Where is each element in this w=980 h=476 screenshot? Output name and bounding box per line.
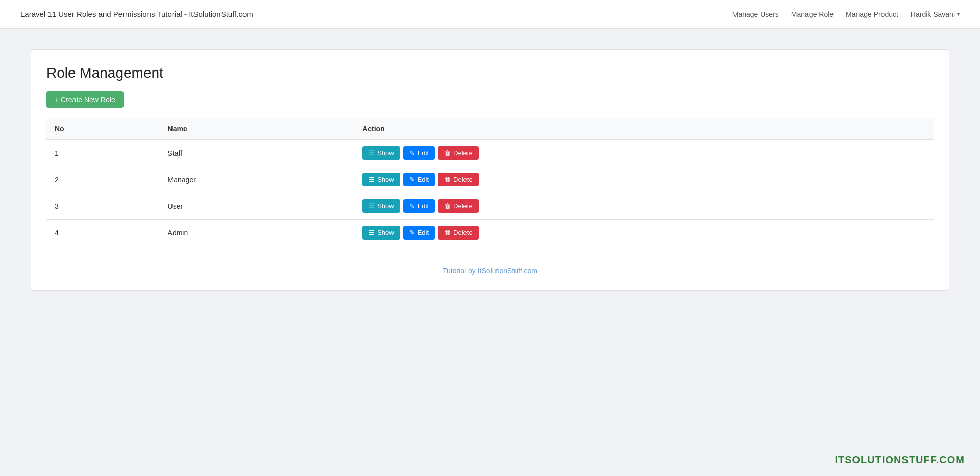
action-buttons: ☰Show✎Edit🗑Delete xyxy=(362,173,925,186)
delete-button[interactable]: 🗑Delete xyxy=(438,226,479,240)
table-row: 2Manager☰Show✎Edit🗑Delete xyxy=(46,166,934,193)
list-icon: ☰ xyxy=(369,176,375,183)
table-row: 3User☰Show✎Edit🗑Delete xyxy=(46,193,934,220)
action-buttons: ☰Show✎Edit🗑Delete xyxy=(362,199,925,213)
roles-table: No Name Action 1Staff☰Show✎Edit🗑Delete2M… xyxy=(46,118,934,246)
cell-action: ☰Show✎Edit🗑Delete xyxy=(354,139,934,166)
cell-no: 3 xyxy=(46,193,160,220)
cell-action: ☰Show✎Edit🗑Delete xyxy=(354,220,934,246)
main-content: Role Management + Create New Role No Nam… xyxy=(0,29,980,311)
cell-name: Admin xyxy=(160,220,355,246)
footer-text: Tutorial by ItSolutionStuff.com xyxy=(46,258,934,275)
delete-button[interactable]: 🗑Delete xyxy=(438,146,479,160)
nav-manage-users[interactable]: Manage Users xyxy=(732,10,779,18)
col-name: Name xyxy=(160,118,355,140)
show-button[interactable]: ☰Show xyxy=(362,146,400,160)
col-action: Action xyxy=(354,118,934,140)
nav-username: Hardik Savani xyxy=(911,10,955,18)
trash-icon: 🗑 xyxy=(444,176,451,183)
navbar: Laravel 11 User Roles and Permissions Tu… xyxy=(0,0,980,29)
trash-icon: 🗑 xyxy=(444,229,451,236)
cell-name: User xyxy=(160,193,355,220)
table-row: 1Staff☰Show✎Edit🗑Delete xyxy=(46,139,934,166)
edit-icon: ✎ xyxy=(409,202,415,210)
cell-no: 2 xyxy=(46,166,160,193)
edit-button[interactable]: ✎Edit xyxy=(403,226,435,240)
nav-user-dropdown[interactable]: Hardik Savani ▾ xyxy=(911,10,960,18)
table-header: No Name Action xyxy=(46,118,934,140)
table-row: 4Admin☰Show✎Edit🗑Delete xyxy=(46,220,934,246)
edit-icon: ✎ xyxy=(409,149,415,157)
delete-button[interactable]: 🗑Delete xyxy=(438,173,479,186)
action-buttons: ☰Show✎Edit🗑Delete xyxy=(362,146,925,160)
edit-button[interactable]: ✎Edit xyxy=(403,173,435,186)
list-icon: ☰ xyxy=(369,229,375,236)
edit-icon: ✎ xyxy=(409,176,415,183)
edit-button[interactable]: ✎Edit xyxy=(403,199,435,213)
page-title: Role Management xyxy=(46,65,934,81)
col-no: No xyxy=(46,118,160,140)
navbar-brand: Laravel 11 User Roles and Permissions Tu… xyxy=(20,10,253,18)
show-button[interactable]: ☰Show xyxy=(362,199,400,213)
chevron-down-icon: ▾ xyxy=(957,11,960,17)
navbar-links: Manage Users Manage Role Manage Product … xyxy=(732,10,960,18)
cell-no: 1 xyxy=(46,139,160,166)
edit-icon: ✎ xyxy=(409,229,415,236)
show-button[interactable]: ☰Show xyxy=(362,226,400,240)
cell-action: ☰Show✎Edit🗑Delete xyxy=(354,193,934,220)
cell-action: ☰Show✎Edit🗑Delete xyxy=(354,166,934,193)
edit-button[interactable]: ✎Edit xyxy=(403,146,435,160)
create-new-role-button[interactable]: + Create New Role xyxy=(46,91,124,108)
cell-no: 4 xyxy=(46,220,160,246)
trash-icon: 🗑 xyxy=(444,202,451,210)
table-body: 1Staff☰Show✎Edit🗑Delete2Manager☰Show✎Edi… xyxy=(46,139,934,246)
list-icon: ☰ xyxy=(369,202,375,210)
delete-button[interactable]: 🗑Delete xyxy=(438,199,479,213)
cell-name: Staff xyxy=(160,139,355,166)
table-header-row: No Name Action xyxy=(46,118,934,140)
list-icon: ☰ xyxy=(369,149,375,157)
action-buttons: ☰Show✎Edit🗑Delete xyxy=(362,226,925,240)
show-button[interactable]: ☰Show xyxy=(362,173,400,186)
trash-icon: 🗑 xyxy=(444,149,451,157)
nav-manage-product[interactable]: Manage Product xyxy=(846,10,898,18)
cell-name: Manager xyxy=(160,166,355,193)
nav-manage-role[interactable]: Manage Role xyxy=(791,10,834,18)
role-management-card: Role Management + Create New Role No Nam… xyxy=(31,49,949,291)
